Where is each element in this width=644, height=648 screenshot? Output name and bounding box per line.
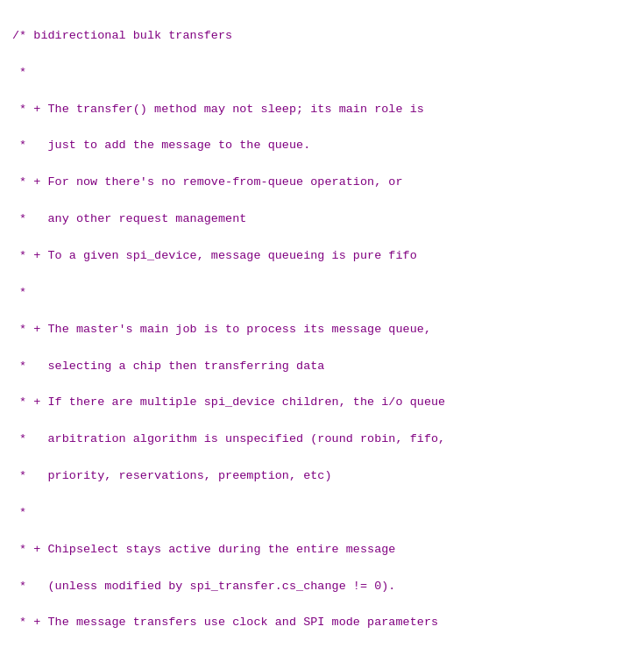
code-content: /* bidirectional bulk transfers * * + Th… [12, 9, 632, 648]
code-line: * + To a given spi_device, message queue… [12, 247, 632, 266]
code-line: * + If there are multiple spi_device chi… [12, 394, 632, 412]
code-line: * [12, 504, 632, 523]
code-line: * + The message transfers use clock and … [12, 614, 632, 632]
code-line: * + For now there's no remove-from-queue… [12, 174, 632, 192]
code-line: * arbitration algorithm is unspecified (… [12, 431, 632, 449]
code-line: * selecting a chip then transferring dat… [12, 358, 632, 376]
code-line: * + Chipselect stays active during the e… [12, 541, 632, 559]
code-line: * (unless modified by spi_transfer.cs_ch… [12, 578, 632, 596]
code-line: /* bidirectional bulk transfers [12, 27, 632, 46]
code-line: * + The master's main job is to process … [12, 321, 632, 339]
code-line: * + The transfer() method may not sleep;… [12, 101, 632, 119]
code-line: * any other request management [12, 210, 632, 229]
code-line: * [12, 64, 632, 82]
code-line: * [12, 284, 632, 303]
code-line: * priority, reservations, preemption, et… [12, 467, 632, 486]
code-line: * just to add the message to the queue. [12, 137, 632, 155]
